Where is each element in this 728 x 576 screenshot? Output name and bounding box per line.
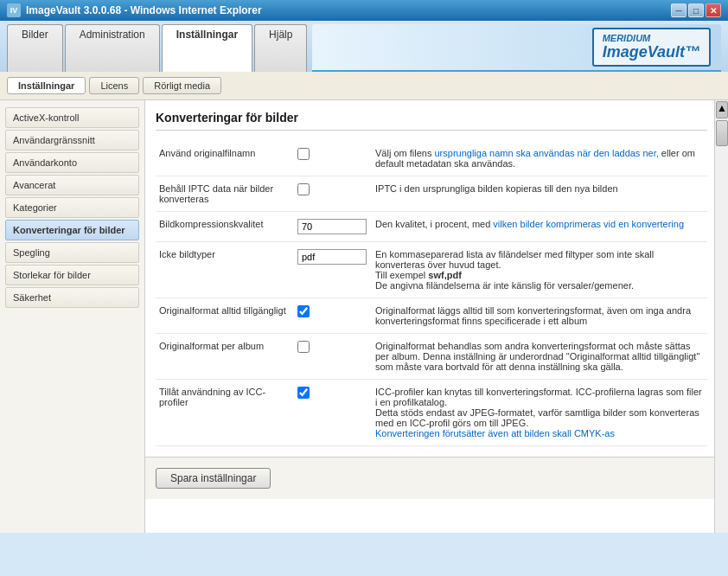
tab-administration[interactable]: Administration [65,24,160,72]
checkbox-originalfilnamn[interactable] [297,148,310,160]
main-tabs-bar: Bilder Administration Inställningar Hjäl… [0,21,728,72]
window-controls[interactable]: ─ □ ✕ [671,3,721,17]
label-originalformat-album: Originalformat per album [156,334,294,380]
maximize-button[interactable]: □ [688,3,704,17]
content-area: ▲ Konverteringar för bilder Använd origi… [145,100,728,533]
desc-icc: ICC-profiler kan knytas till konverterin… [372,380,707,446]
checkbox-originalformat-album[interactable] [297,341,310,353]
desc-originalfilnamn: Välj om filens ursprungliga namn ska anv… [372,141,707,176]
scrollbar-thumb[interactable] [716,120,728,146]
title-bar-text: ImageVault 3.0.0.68 - Windows Internet E… [26,4,262,16]
label-bildkompression: Bildkompressionskvalitet [156,212,294,242]
save-button[interactable]: Spara inställningar [156,468,271,489]
tab-installningar[interactable]: Inställningar [162,24,252,72]
sub-tab-installningar[interactable]: Inställningar [7,77,86,94]
main-layout: ActiveX-kontroll Användargränssnitt Anvä… [0,100,728,533]
section-title: Konverteringar för bilder [156,111,707,131]
desc-originalformat-alltid: Originalformat läggs alltid till som kon… [372,298,707,334]
input-icke-bildtyper[interactable] [297,249,367,265]
setting-row-iptc: Behåll IPTC data när bilder konverteras … [156,176,707,212]
sidebar-item-anvandarkonto[interactable]: Användarkonto [5,152,139,173]
control-icke-bildtyper[interactable] [294,242,372,298]
input-bildkompression[interactable] [297,219,367,234]
label-icke-bildtyper: Icke bildtyper [156,242,294,298]
app-icon: IV [7,3,21,17]
setting-row-icke-bildtyper: Icke bildtyper En kommaseparerad lista a… [156,242,707,298]
control-originalfilnamn[interactable] [294,141,372,176]
setting-row-originalformat-album: Originalformat per album Originalformat … [156,334,707,380]
desc-iptc: IPTC i den ursprungliga bilden kopieras … [372,176,707,212]
checkbox-iptc[interactable] [297,183,310,195]
close-button[interactable]: ✕ [706,3,721,17]
sidebar: ActiveX-kontroll Användargränssnitt Anvä… [0,100,145,533]
desc-icke-bildtyper: En kommaseparerad lista av filändelser m… [372,242,707,298]
desc-originalformat-album: Originalformat behandlas som andra konve… [372,334,707,380]
desc-link-1: ursprungliga namn ska användas när den l… [434,148,658,158]
control-iptc[interactable] [294,176,372,212]
label-iptc: Behåll IPTC data när bilder konverteras [156,176,294,212]
label-icc: Tillåt användning av ICC-profiler [156,380,294,446]
sidebar-item-kategorier[interactable]: Kategorier [5,197,139,218]
example-swf: swf,pdf [428,270,462,280]
label-originalfilnamn: Använd originalfilnamn [156,141,294,176]
title-bar: IV ImageVault 3.0.0.68 - Windows Interne… [0,0,728,21]
sidebar-item-activex[interactable]: ActiveX-kontroll [5,107,139,128]
product-name: ImageVault™ [603,43,700,61]
tab-hjalp[interactable]: Hjälp [254,24,307,72]
label-originalformat-alltid: Originalformat alltid tillgängligt [156,298,294,334]
sidebar-item-storlekar[interactable]: Storlekar för bilder [5,265,139,285]
scrollbar-up[interactable]: ▲ [716,101,728,118]
control-icc[interactable] [294,380,372,446]
content-inner: Konverteringar för bilder Använd origina… [145,100,728,457]
sidebar-item-avancerat[interactable]: Avancerat [5,175,139,195]
save-button-area: Spara inställningar [145,457,728,499]
control-originalformat-alltid[interactable] [294,298,372,334]
sidebar-item-spegling[interactable]: Spegling [5,242,139,263]
minimize-button[interactable]: ─ [671,3,686,17]
control-originalformat-album[interactable] [294,334,372,380]
sidebar-item-konverteringar[interactable]: Konverteringar för bilder [5,220,139,240]
desc-bildkompression: Den kvalitet, i procent, med vilken bild… [372,212,707,242]
logo: MERIDIUM ImageVault™ [592,28,711,67]
setting-row-originalformat-alltid: Originalformat alltid tillgängligt Origi… [156,298,707,334]
control-bildkompression[interactable] [294,212,372,242]
setting-row-originalfilnamn: Använd originalfilnamn Välj om filens ur… [156,141,707,176]
checkbox-icc[interactable] [297,387,310,399]
sidebar-item-anvandargranssnitt[interactable]: Användargränssnitt [5,130,139,150]
tab-bilder[interactable]: Bilder [7,24,63,72]
sidebar-item-sakerhet[interactable]: Säkerhet [5,287,139,308]
desc-link-2: vilken bilder komprimeras vid en konvert… [493,219,684,229]
checkbox-originalformat-alltid[interactable] [297,305,310,317]
setting-row-icc: Tillåt användning av ICC-profiler ICC-pr… [156,380,707,446]
settings-table: Använd originalfilnamn Välj om filens ur… [156,141,707,446]
sub-tabs-bar: Inställningar Licens Rörligt media [0,72,728,100]
company-name: MERIDIUM [603,33,700,43]
sub-tab-rorligt[interactable]: Rörligt media [143,77,221,94]
desc-icc-link: Konverteringen förutsätter även att bild… [375,428,615,438]
setting-row-bildkompression: Bildkompressionskvalitet Den kvalitet, i… [156,212,707,242]
sub-tab-licens[interactable]: Licens [89,77,139,94]
